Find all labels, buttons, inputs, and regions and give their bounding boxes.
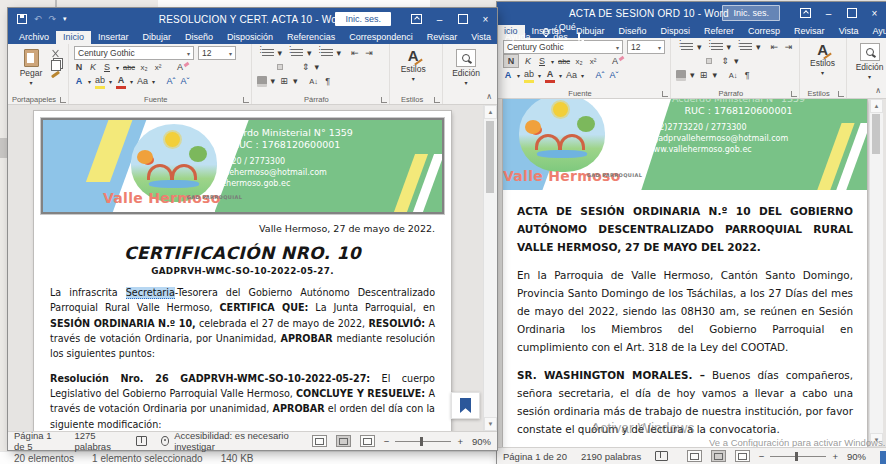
align-center-button[interactable] [686, 58, 692, 64]
align-right-button[interactable] [277, 64, 283, 70]
tab-disposicion[interactable]: Disposi [654, 25, 698, 38]
tab-referencias[interactable]: Referencias [280, 31, 342, 44]
underline-button[interactable]: S [102, 61, 112, 73]
tab-vista[interactable]: Vista [832, 25, 866, 38]
proofing-status-icon[interactable] [655, 451, 668, 461]
shrink-font-button[interactable]: Aˇ [609, 69, 619, 81]
proofing-status-icon[interactable] [136, 436, 147, 446]
zoom-out-icon[interactable]: − [759, 451, 765, 462]
tab-revisar[interactable]: Revisar [420, 31, 465, 44]
line-spacing-icon[interactable]: ⇕ [720, 55, 730, 67]
zoom-slider-thumb[interactable] [420, 437, 423, 446]
increase-indent-icon[interactable]: ⇥ [364, 47, 374, 59]
show-paragraph-marks-icon[interactable]: ¶ [742, 69, 752, 81]
letterhead-image[interactable]: Acuerdo Ministerial N° 1359 RUC : 176812… [503, 99, 867, 190]
minimize-button[interactable]: – [428, 8, 451, 30]
scroll-up-icon[interactable]: ▲ [870, 99, 883, 113]
font-size-select[interactable]: 12▾ [198, 46, 236, 60]
tab-referencias[interactable]: Referer [697, 25, 741, 38]
numbering-icon[interactable] [706, 41, 723, 53]
page-indicator[interactable]: Página 1 de 5 [14, 430, 60, 452]
sort-icon[interactable]: A↓ [309, 75, 319, 87]
ribbon-display-options-icon[interactable] [405, 8, 428, 30]
multilevel-list-icon[interactable] [735, 41, 752, 53]
web-layout-icon[interactable] [360, 435, 375, 447]
zoom-out-icon[interactable]: − [384, 436, 390, 447]
vertical-scrollbar[interactable]: ▲ ▼ [869, 99, 883, 447]
paragraph-dialog-launcher[interactable] [381, 97, 387, 103]
save-icon[interactable] [17, 14, 27, 24]
close-button[interactable]: × [474, 8, 497, 30]
zoom-slider[interactable] [395, 441, 451, 442]
paste-button[interactable]: Pegar▾ [13, 46, 49, 86]
scrollbar-thumb[interactable] [486, 121, 494, 193]
borders-icon[interactable]: ⊞ [699, 69, 709, 81]
editing-button[interactable]: Edición▾ [852, 40, 886, 80]
font-name-select[interactable]: Century Gothic▾ [74, 46, 194, 60]
tell-me-search[interactable]: ¿Qué des [543, 22, 578, 44]
tab-dibujar[interactable]: Dibujar [136, 31, 179, 44]
tab-revisar[interactable]: Revisar [787, 25, 832, 38]
document-canvas[interactable]: Acuerdo Ministerial N° 1359 RUC : 176812… [497, 99, 886, 447]
font-color-button[interactable]: A [116, 74, 126, 89]
styles-dialog-launcher[interactable] [838, 91, 844, 97]
shrink-font-button[interactable]: Aˇ [180, 75, 190, 87]
font-dialog-launcher[interactable] [243, 97, 249, 103]
font-size-select[interactable]: 12▾ [627, 40, 665, 54]
align-left-button[interactable] [676, 58, 682, 64]
styles-dialog-launcher[interactable] [434, 97, 440, 103]
bookmark-popup[interactable] [451, 392, 480, 419]
show-paragraph-marks-icon[interactable]: ¶ [323, 75, 333, 87]
bullets-icon[interactable] [257, 47, 274, 59]
zoom-in-icon[interactable]: + [832, 451, 838, 462]
letterhead-image[interactable]: Acuerdo Ministerial N° 1359 RUC : 176812… [41, 118, 444, 214]
word-count[interactable]: 1275 palabras [74, 430, 122, 452]
collapse-ribbon-icon[interactable]: ∧ [486, 92, 492, 101]
document-page[interactable]: Acuerdo Ministerial N° 1359 RUC : 176812… [34, 111, 451, 431]
show-desktop-button[interactable] [880, 451, 886, 464]
highlight-color-button[interactable]: ab [524, 68, 534, 83]
sign-in-button[interactable]: Inic. ses. [335, 12, 391, 26]
sort-icon[interactable]: A↓ [728, 69, 738, 81]
page-indicator[interactable]: Página 1 de 20 [503, 451, 567, 462]
font-color-button[interactable]: A [545, 68, 555, 83]
word-count[interactable]: 2190 palabras [581, 451, 641, 462]
decrease-indent-icon[interactable]: ⇤ [770, 41, 780, 53]
scrollbar-thumb[interactable] [872, 114, 880, 154]
zoom-level[interactable]: 90% [847, 451, 866, 462]
grow-font-button[interactable]: Aˆ [595, 69, 605, 81]
undo-icon[interactable]: ↶ [34, 14, 42, 24]
zoom-level[interactable]: 90% [472, 436, 491, 447]
titlebar[interactable]: ↶ ↷ ▾ RESOLUCION Y CERT. ACTA 10 - Word … [8, 8, 497, 30]
document-canvas[interactable]: Acuerdo Ministerial N° 1359 RUC : 176812… [8, 105, 497, 431]
clear-formatting-button[interactable]: A [610, 55, 620, 67]
shading-icon[interactable] [257, 75, 267, 87]
highlight-color-button[interactable]: ab [95, 74, 105, 89]
superscript-button[interactable]: x² [588, 55, 598, 67]
change-case-button[interactable]: Aa [137, 75, 148, 87]
bullets-icon[interactable] [676, 41, 693, 53]
vertical-scrollbar[interactable]: ▲ ▼ [483, 105, 497, 431]
scroll-down-icon[interactable]: ▼ [484, 417, 497, 431]
borders-icon[interactable]: ⊞ [279, 75, 289, 87]
tab-disposicion[interactable]: Disposición [220, 31, 280, 44]
close-button[interactable]: × [863, 2, 886, 24]
clipboard-dialog-launcher[interactable] [60, 97, 66, 103]
styles-button[interactable]: A Estilos▾ [805, 40, 841, 76]
read-mode-icon[interactable] [312, 435, 327, 447]
zoom-slider[interactable] [770, 456, 826, 457]
subscript-button[interactable]: x₂ [139, 61, 149, 73]
styles-button[interactable]: A Estilos▾ [395, 46, 431, 82]
superscript-button[interactable]: x² [153, 61, 163, 73]
tab-correspondencia[interactable]: Corresp [741, 25, 787, 38]
editing-button[interactable]: Edición▾ [448, 46, 484, 86]
collapse-ribbon-icon[interactable]: ∧ [875, 86, 881, 95]
redo-icon[interactable]: ↷ [49, 14, 57, 24]
grow-font-button[interactable]: Aˆ [166, 75, 176, 87]
clear-formatting-button[interactable]: A [175, 61, 185, 73]
numbering-icon[interactable] [286, 47, 303, 59]
line-spacing-icon[interactable]: ⇕ [301, 61, 311, 73]
paragraph-dialog-launcher[interactable] [791, 91, 797, 97]
increase-indent-icon[interactable]: ⇥ [784, 41, 794, 53]
justify-button[interactable] [706, 58, 712, 64]
